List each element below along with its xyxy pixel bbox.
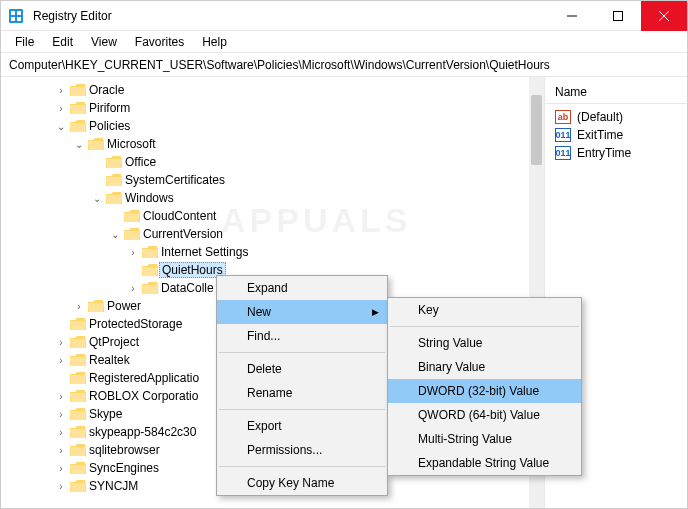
chevron-right-icon[interactable]: › xyxy=(53,409,69,420)
menu-view[interactable]: View xyxy=(83,33,125,51)
chevron-right-icon[interactable]: › xyxy=(125,283,141,294)
chevron-right-icon[interactable]: › xyxy=(125,247,141,258)
titlebar: Registry Editor xyxy=(1,1,687,31)
menu-item-new-expandstring[interactable]: Expandable String Value xyxy=(388,451,581,475)
menu-favorites[interactable]: Favorites xyxy=(127,33,192,51)
tree-item[interactable]: ⌄Microsoft xyxy=(1,135,529,153)
menu-item-find[interactable]: Find... xyxy=(217,324,387,348)
tree-item[interactable]: ›Internet Settings xyxy=(1,243,529,261)
menu-item-delete[interactable]: Delete xyxy=(217,357,387,381)
menu-help[interactable]: Help xyxy=(194,33,235,51)
chevron-right-icon[interactable]: › xyxy=(53,337,69,348)
window-title: Registry Editor xyxy=(31,9,549,23)
menu-separator xyxy=(219,409,385,410)
value-row[interactable]: 011EntryTime xyxy=(545,144,687,162)
tree-item[interactable]: ⌄Policies xyxy=(1,117,529,135)
values-header-name[interactable]: Name xyxy=(545,81,687,104)
menu-separator xyxy=(390,326,579,327)
chevron-right-icon[interactable]: › xyxy=(53,391,69,402)
tree-item[interactable]: ⌄CurrentVersion xyxy=(1,225,529,243)
context-submenu-new: Key String Value Binary Value DWORD (32-… xyxy=(387,297,582,476)
menu-item-permissions[interactable]: Permissions... xyxy=(217,438,387,462)
app-icon xyxy=(1,8,31,24)
tree-item[interactable]: ›Oracle xyxy=(1,81,529,99)
chevron-right-icon[interactable]: › xyxy=(53,463,69,474)
value-row[interactable]: ab(Default) xyxy=(545,108,687,126)
menu-item-new-key[interactable]: Key xyxy=(388,298,581,322)
chevron-down-icon[interactable]: ⌄ xyxy=(53,121,69,132)
menu-item-new-string[interactable]: String Value xyxy=(388,331,581,355)
menu-item-new-qword[interactable]: QWORD (64-bit) Value xyxy=(388,403,581,427)
chevron-right-icon[interactable]: › xyxy=(53,85,69,96)
value-row[interactable]: 011ExitTime xyxy=(545,126,687,144)
string-value-icon: ab xyxy=(555,110,571,124)
chevron-down-icon[interactable]: ⌄ xyxy=(107,229,123,240)
chevron-right-icon[interactable]: › xyxy=(53,481,69,492)
menu-item-new-multistring[interactable]: Multi-String Value xyxy=(388,427,581,451)
menu-item-copy-key-name[interactable]: Copy Key Name xyxy=(217,471,387,495)
menu-item-new[interactable]: New▶ xyxy=(217,300,387,324)
chevron-right-icon[interactable]: › xyxy=(71,301,87,312)
menu-edit[interactable]: Edit xyxy=(44,33,81,51)
chevron-right-icon[interactable]: › xyxy=(53,103,69,114)
chevron-right-icon[interactable]: › xyxy=(53,445,69,456)
svg-rect-4 xyxy=(17,17,21,21)
menu-separator xyxy=(219,352,385,353)
minimize-button[interactable] xyxy=(549,1,595,31)
menu-file[interactable]: File xyxy=(7,33,42,51)
menu-item-rename[interactable]: Rename xyxy=(217,381,387,405)
chevron-down-icon[interactable]: ⌄ xyxy=(71,139,87,150)
tree-item[interactable]: ⌄Windows xyxy=(1,189,529,207)
menu-item-expand[interactable]: Expand xyxy=(217,276,387,300)
maximize-button[interactable] xyxy=(595,1,641,31)
chevron-right-icon[interactable]: › xyxy=(53,355,69,366)
tree-item[interactable]: SystemCertificates xyxy=(1,171,529,189)
chevron-right-icon[interactable]: › xyxy=(53,427,69,438)
chevron-down-icon[interactable]: ⌄ xyxy=(89,193,105,204)
scrollbar-thumb[interactable] xyxy=(531,95,542,165)
svg-rect-3 xyxy=(11,17,15,21)
svg-rect-6 xyxy=(614,11,623,20)
context-menu: Expand New▶ Find... Delete Rename Export… xyxy=(216,275,388,496)
menu-separator xyxy=(219,466,385,467)
tree-item[interactable]: ›Piriform xyxy=(1,99,529,117)
svg-rect-2 xyxy=(17,11,21,15)
menu-item-export[interactable]: Export xyxy=(217,414,387,438)
svg-rect-1 xyxy=(11,11,15,15)
dword-value-icon: 011 xyxy=(555,128,571,142)
submenu-arrow-icon: ▶ xyxy=(372,307,379,317)
tree-item[interactable]: CloudContent xyxy=(1,207,529,225)
close-button[interactable] xyxy=(641,1,687,31)
tree-item[interactable]: Office xyxy=(1,153,529,171)
menubar: File Edit View Favorites Help xyxy=(1,31,687,53)
dword-value-icon: 011 xyxy=(555,146,571,160)
address-bar[interactable]: Computer\HKEY_CURRENT_USER\Software\Poli… xyxy=(1,53,687,77)
menu-item-new-binary[interactable]: Binary Value xyxy=(388,355,581,379)
menu-item-new-dword[interactable]: DWORD (32-bit) Value xyxy=(388,379,581,403)
